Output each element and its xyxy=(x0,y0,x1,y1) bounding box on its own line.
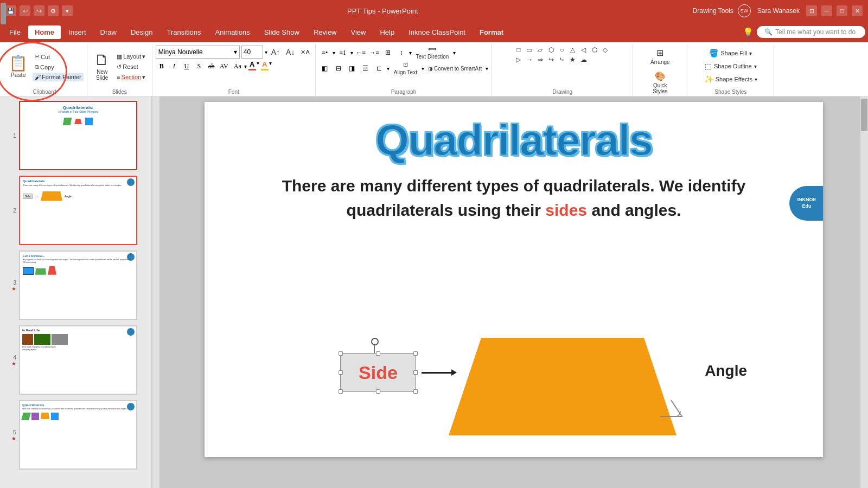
shape-oval[interactable]: ○ xyxy=(557,46,567,54)
menu-draw[interactable]: Draw xyxy=(94,25,123,39)
menu-format[interactable]: Format xyxy=(473,25,510,39)
increase-indent-button[interactable]: →≡ xyxy=(368,47,380,59)
underline-button[interactable]: U xyxy=(181,60,193,72)
clear-format-button[interactable]: ✕A xyxy=(298,48,311,57)
shape-triangle[interactable]: △ xyxy=(568,46,578,54)
menu-view[interactable]: View xyxy=(344,25,373,39)
shape-callout[interactable]: ☁ xyxy=(579,55,589,64)
layout-button[interactable]: ▦ Layout ▾ xyxy=(114,52,148,61)
menu-animations[interactable]: Animations xyxy=(209,25,257,39)
t2-side-label: Side xyxy=(23,194,33,199)
inknoe-classpoint-button[interactable]: INKNOE Edu xyxy=(789,186,823,221)
shape-arrow2[interactable]: ⇒ xyxy=(535,55,545,64)
copy-button[interactable]: ⧉ Copy xyxy=(33,62,84,72)
handle-tr[interactable] xyxy=(413,351,418,356)
handle-mr[interactable] xyxy=(413,370,418,375)
shape-arrow3[interactable]: ↪ xyxy=(546,55,556,64)
cut-button[interactable]: ✂ Cut xyxy=(33,52,84,61)
canvas-scrollbar[interactable] xyxy=(860,97,868,488)
handle-br[interactable] xyxy=(413,389,418,394)
menu-transitions[interactable]: Transitions xyxy=(160,25,207,39)
clipboard-col: ✂ Cut ⧉ Copy 🖌 Format Painter xyxy=(33,52,84,81)
menu-slideshow[interactable]: Slide Show xyxy=(258,25,306,39)
section-button[interactable]: ≡ Section ▾ xyxy=(114,73,148,82)
line-spacing-button[interactable]: ↕ xyxy=(395,47,407,59)
slide-thumb-4[interactable]: 4 ★ In Real Life Real world examples of … xyxy=(3,324,149,396)
slide-panel-scrollbar[interactable] xyxy=(152,97,159,488)
char-spacing-button[interactable]: AV xyxy=(218,60,230,72)
handle-bm[interactable] xyxy=(376,389,380,394)
save-icon[interactable]: 💾 xyxy=(5,5,16,16)
shape-format-group: 🪣 Shape Fill ▾ ⬚ Shape Outline ▾ ✨ Shape… xyxy=(687,44,774,96)
col-layout-button[interactable]: ⊏ xyxy=(373,62,385,74)
font-size-input[interactable]: 40 xyxy=(241,46,263,59)
font-name-selector[interactable]: Minya Nouvelle ▾ xyxy=(156,46,240,59)
shape-outline-button[interactable]: ⬚ Shape Outline ▾ xyxy=(702,61,760,72)
font-shrink-button[interactable]: A↓ xyxy=(284,47,297,57)
undo-icon[interactable]: ↩ xyxy=(20,5,30,16)
handle-tl[interactable] xyxy=(339,351,343,356)
customize-icon[interactable]: ⚙ xyxy=(48,5,59,16)
col-break-button[interactable]: ⊞ xyxy=(382,47,394,59)
slide-thumb-2[interactable]: 2 Quadrilaterals There are many differen… xyxy=(3,174,149,247)
font-size-aa-button[interactable]: Aa xyxy=(232,60,244,72)
shape-arrow1[interactable]: → xyxy=(525,55,534,64)
arrange-button[interactable]: ⊞ Arrange xyxy=(647,46,673,67)
tell-me-input[interactable]: 🔍 Tell me what you want to do xyxy=(757,26,865,38)
shape-snip-rect[interactable]: ⬡ xyxy=(546,46,556,54)
redo-icon[interactable]: ↪ xyxy=(34,5,44,16)
menu-insert[interactable]: Insert xyxy=(62,25,93,39)
quick-styles-button[interactable]: 🎨 Quick Styles xyxy=(649,69,671,97)
align-left-button[interactable]: ◧ xyxy=(319,62,331,74)
shape-star[interactable]: ★ xyxy=(568,55,578,64)
align-center-button[interactable]: ⊟ xyxy=(333,62,344,74)
align-right-button[interactable]: ◨ xyxy=(346,62,358,74)
fill-icon: 🪣 xyxy=(709,49,718,57)
reset-button[interactable]: ↺ Reset xyxy=(114,62,148,72)
menu-right: 💡 🔍 Tell me what you want to do xyxy=(743,26,865,38)
slide-thumb-1[interactable]: 1 Quadrilaterals: A Parade of Four-Sided… xyxy=(3,99,149,172)
menu-home[interactable]: Home xyxy=(28,25,61,39)
text-direction-button[interactable]: ⟺ Text Direction xyxy=(413,46,452,60)
paste-button[interactable]: 📋 Paste xyxy=(5,54,31,80)
slide-thumb-3[interactable]: 3 ★ Let's Review... All polygons are mad… xyxy=(3,249,149,322)
justify-button[interactable]: ☰ xyxy=(360,62,372,74)
menu-file[interactable]: File xyxy=(3,25,27,39)
handle-tm[interactable] xyxy=(376,351,380,356)
format-painter-button[interactable]: 🖌 Format Painter xyxy=(33,73,84,81)
close-icon[interactable]: ✕ xyxy=(852,5,863,16)
rotate-handle[interactable] xyxy=(371,338,379,345)
bold-button[interactable]: B xyxy=(156,60,168,72)
shape-rect2[interactable]: ▱ xyxy=(535,46,545,54)
font-grow-button[interactable]: A↑ xyxy=(269,47,282,57)
menu-design[interactable]: Design xyxy=(124,25,159,39)
shape-parallelogram[interactable]: ▷ xyxy=(514,55,524,64)
maximize-icon[interactable]: □ xyxy=(837,5,847,16)
strikethrough-button[interactable]: ab xyxy=(206,60,218,72)
align-text-button[interactable]: ⊡ Align Text xyxy=(391,61,420,75)
bullet-list-button[interactable]: ≡• xyxy=(319,47,331,59)
new-slide-button[interactable]: 🗋 New Slide xyxy=(91,50,113,83)
shape-fill-button[interactable]: 🪣 Shape Fill ▾ xyxy=(706,48,755,59)
menu-review[interactable]: Review xyxy=(307,25,343,39)
menu-help[interactable]: Help xyxy=(373,25,401,39)
slide-thumb-5[interactable]: 5 ★ Quadrilaterals With your newly found… xyxy=(3,399,149,471)
menu-inknoe[interactable]: Inknoe ClassPoint xyxy=(402,25,472,39)
decrease-indent-button[interactable]: ←≡ xyxy=(355,47,367,59)
convert-smartart-button[interactable]: ◑ Convert to SmartArt xyxy=(426,65,484,73)
shape-effects-button[interactable]: ✨ Shape Effects ▾ xyxy=(701,74,760,85)
italic-button[interactable]: I xyxy=(168,60,180,72)
extra-icon[interactable]: ▾ xyxy=(62,5,73,16)
handle-ml[interactable] xyxy=(339,370,343,375)
shape-rounded-rect[interactable]: ▭ xyxy=(525,46,534,54)
shape-arrow4[interactable]: ⤷ xyxy=(557,55,567,64)
handle-bl[interactable] xyxy=(339,389,343,394)
shape-diamond[interactable]: ◇ xyxy=(601,46,610,54)
ribbon-display-icon[interactable]: ⊡ xyxy=(806,5,817,16)
minimize-icon[interactable]: ─ xyxy=(821,5,832,16)
shape-rect[interactable]: □ xyxy=(514,46,524,54)
shadow-button[interactable]: S xyxy=(193,60,205,72)
shape-rtri[interactable]: ◁ xyxy=(579,46,589,54)
number-list-button[interactable]: ≡1 xyxy=(337,47,349,59)
shape-pentagon[interactable]: ⬠ xyxy=(590,46,599,54)
